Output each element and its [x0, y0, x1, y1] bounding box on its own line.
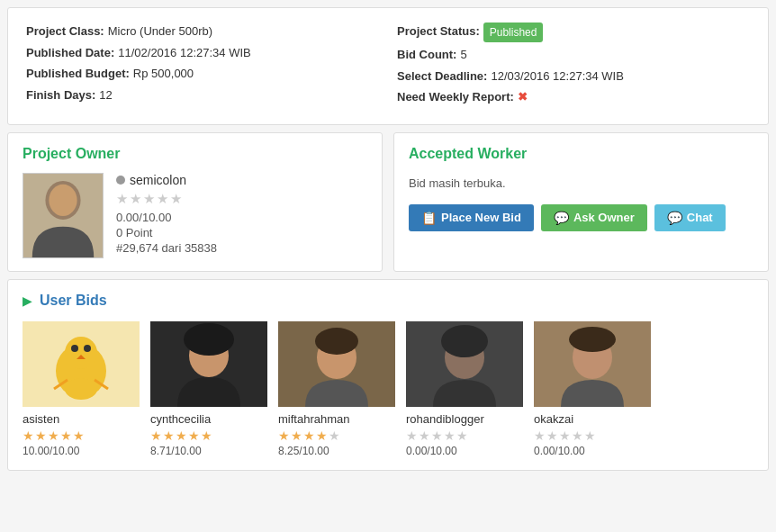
svg-point-8 [84, 345, 91, 352]
bid-star-4: ★ [188, 428, 200, 443]
bid-username: okakzai [534, 412, 573, 426]
bid-star-5: ★ [584, 428, 596, 443]
published-budget-value: Rp 500,000 [133, 65, 194, 83]
bid-star-1: ★ [23, 428, 34, 443]
svg-point-6 [65, 337, 97, 369]
bid-star-2: ★ [35, 428, 47, 443]
project-class-row: Project Class: Micro (Under 500rb) [26, 23, 379, 41]
bid-star-2: ★ [291, 428, 302, 443]
owner-points: 0 Point [116, 226, 367, 239]
svg-point-25 [569, 327, 616, 352]
bid-username: rohandiblogger [406, 412, 484, 426]
bid-star-3: ★ [48, 428, 59, 443]
bid-star-3: ★ [559, 428, 571, 443]
star-3: ★ [143, 191, 155, 207]
bid-count-value: 5 [460, 46, 466, 64]
bid-star-4: ★ [60, 428, 72, 443]
owner-status-dot [116, 176, 125, 185]
project-status-row: Project Status: Published [397, 23, 750, 42]
owner-avatar [23, 173, 104, 258]
bid-star-1: ★ [278, 428, 290, 443]
svg-point-22 [441, 325, 488, 357]
bid-stars: ★★★★★ [23, 428, 85, 443]
bid-stars: ★★★★★ [534, 428, 596, 443]
published-date-row: Published Date: 11/02/2016 12:27:34 WIB [26, 44, 379, 62]
bid-star-2: ★ [163, 428, 175, 443]
svg-point-7 [71, 345, 78, 352]
published-budget-row: Published Budget: Rp 500,000 [26, 65, 379, 83]
status-badge: Published [483, 23, 544, 42]
bid-star-5: ★ [73, 428, 85, 443]
bid-rating: 8.25/10.00 [278, 445, 329, 457]
project-class-value: Micro (Under 500rb) [108, 23, 212, 41]
place-new-bid-button[interactable]: 📋 Place New Bid [409, 204, 534, 231]
weekly-report-row: Need Weekly Report: ✖ [397, 88, 750, 106]
bid-avatar [534, 321, 651, 407]
place-new-bid-label: Place New Bid [441, 211, 521, 224]
project-class-label: Project Class: [26, 23, 104, 41]
bid-star-3: ★ [431, 428, 443, 443]
ask-owner-icon: 💬 [554, 211, 569, 225]
bid-username: asisten [23, 412, 59, 426]
star-2: ★ [130, 191, 141, 207]
owner-rating: 0.00/10.00 [116, 211, 367, 224]
project-info-panel: Project Class: Micro (Under 500rb) Publi… [7, 7, 769, 125]
list-item: miftahrahman ★★★★★ 8.25/10.00 [278, 321, 395, 457]
bid-count-row: Bid Count: 5 [397, 46, 750, 64]
bid-count-label: Bid Count: [397, 46, 456, 64]
finish-days-label: Finish Days: [26, 86, 95, 104]
bid-rating: 10.00/10.00 [23, 445, 79, 457]
svg-point-19 [315, 328, 358, 355]
owner-details: semicolon ★ ★ ★ ★ ★ 0.00/10.00 0 Point #… [116, 173, 367, 255]
svg-rect-3 [23, 174, 103, 257]
finish-days-value: 12 [99, 86, 112, 104]
bid-star-5: ★ [456, 428, 468, 443]
bid-username: miftahrahman [278, 412, 349, 426]
project-status-label: Project Status: [397, 23, 480, 42]
owner-rank: #29,674 dari 35838 [116, 241, 367, 255]
bid-star-1: ★ [150, 428, 162, 443]
bid-star-3: ★ [303, 428, 315, 443]
bid-star-4: ★ [444, 428, 456, 443]
user-bids-title: User Bids [40, 293, 107, 309]
bid-star-1: ★ [406, 428, 418, 443]
bid-rating: 8.71/10.00 [150, 445, 202, 457]
project-owner-section: Project Owner semicolon ★ [7, 132, 383, 272]
svg-point-15 [184, 323, 234, 356]
chevron-right-icon: ▶ [23, 293, 32, 308]
action-buttons: 📋 Place New Bid 💬 Ask Owner 💬 Chat [409, 204, 753, 231]
chat-label: Chat [687, 211, 713, 224]
list-item: rohandiblogger ★★★★★ 0.00/10.00 [406, 321, 523, 457]
accepted-worker-title: Accepted Worker [409, 146, 753, 162]
weekly-report-value: ✖ [518, 88, 528, 106]
star-4: ★ [157, 191, 168, 207]
list-item: cynthcecilia ★★★★★ 8.71/10.00 [150, 321, 267, 457]
bid-star-4: ★ [316, 428, 328, 443]
bid-avatar [23, 321, 140, 407]
bid-stars: ★★★★★ [406, 428, 468, 443]
star-5: ★ [170, 191, 182, 207]
project-owner-title: Project Owner [23, 146, 367, 162]
select-deadline-row: Select Deadline: 12/03/2016 12:27:34 WIB [397, 68, 750, 86]
bid-avatar [150, 321, 267, 407]
finish-days-row: Finish Days: 12 [26, 86, 379, 104]
user-bids-section: ▶ User Bids asisten ★★★★★ 10.00/10.00 cy… [7, 279, 769, 471]
list-item: asisten ★★★★★ 10.00/10.00 [23, 321, 140, 457]
bid-star-2: ★ [546, 428, 558, 443]
star-1: ★ [116, 191, 128, 207]
bid-star-4: ★ [572, 428, 583, 443]
bid-stars: ★★★★★ [278, 428, 340, 443]
bid-rating: 0.00/10.00 [534, 445, 585, 457]
published-budget-label: Published Budget: [26, 65, 130, 83]
bid-star-5: ★ [329, 428, 340, 443]
owner-stars: ★ ★ ★ ★ ★ [116, 191, 367, 207]
accepted-message: Bid masih terbuka. [409, 176, 753, 190]
bid-avatar [278, 321, 395, 407]
bid-rating: 0.00/10.00 [406, 445, 457, 457]
bid-icon: 📋 [421, 211, 437, 225]
owner-name: semicolon [130, 173, 186, 187]
ask-owner-button[interactable]: 💬 Ask Owner [541, 204, 647, 231]
chat-button[interactable]: 💬 Chat [654, 204, 726, 231]
bids-grid: asisten ★★★★★ 10.00/10.00 cynthcecilia ★… [23, 321, 753, 457]
bid-username: cynthcecilia [150, 412, 211, 426]
